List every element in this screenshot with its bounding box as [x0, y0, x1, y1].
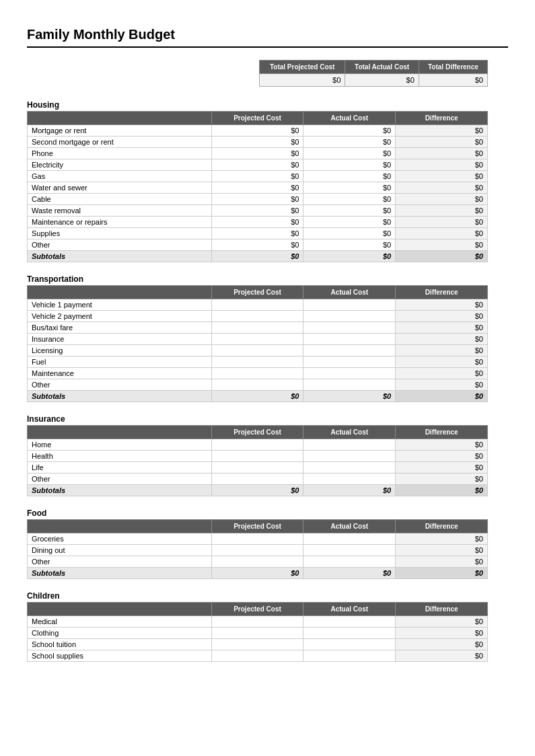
row-projected[interactable]	[211, 368, 304, 379]
row-projected[interactable]	[211, 616, 304, 628]
subtotal-projected: $0	[211, 391, 304, 402]
row-actual[interactable]: $0	[304, 228, 396, 239]
row-actual[interactable]	[304, 334, 396, 345]
row-projected[interactable]	[211, 545, 304, 556]
row-projected[interactable]	[211, 650, 304, 662]
row-difference: $0	[396, 228, 488, 239]
row-difference: $0	[396, 148, 488, 159]
row-actual[interactable]	[304, 368, 396, 379]
row-difference: $0	[396, 628, 488, 639]
section-table-transportation: Projected CostActual CostDifferenceVehic…	[27, 285, 488, 402]
row-actual[interactable]	[304, 439, 396, 451]
row-projected[interactable]: $0	[211, 239, 304, 251]
row-projected[interactable]: $0	[211, 182, 304, 194]
row-actual[interactable]: $0	[304, 239, 396, 251]
row-actual[interactable]	[304, 322, 396, 334]
table-row: Cable$0$0$0	[28, 194, 488, 205]
row-actual[interactable]	[304, 556, 396, 568]
row-projected[interactable]	[211, 474, 304, 485]
section-insurance-header-1: Actual Cost	[304, 426, 396, 439]
row-difference: $0	[396, 439, 488, 451]
row-actual[interactable]	[304, 451, 396, 462]
row-actual[interactable]	[304, 545, 396, 556]
row-actual[interactable]	[304, 628, 396, 639]
row-projected[interactable]	[211, 639, 304, 650]
row-projected[interactable]: $0	[211, 137, 304, 148]
section-transportation: TransportationProjected CostActual CostD…	[27, 274, 508, 402]
table-row: Vehicle 1 payment$0	[28, 299, 488, 311]
row-actual[interactable]	[304, 379, 396, 391]
section-food-header-2: Difference	[396, 520, 488, 533]
summary-actual-value[interactable]: $0	[345, 74, 419, 87]
row-projected[interactable]: $0	[211, 159, 304, 171]
table-row: Phone$0$0$0	[28, 148, 488, 159]
subtotal-label: Subtotals	[28, 485, 212, 496]
summary-header-difference: Total Difference	[419, 61, 487, 74]
table-row: Other$0	[28, 556, 488, 568]
subtotal-label: Subtotals	[28, 391, 212, 402]
row-projected[interactable]: $0	[211, 217, 304, 228]
subtotal-difference: $0	[396, 568, 488, 579]
subtotal-actual: $0	[304, 251, 396, 262]
row-projected[interactable]: $0	[211, 228, 304, 239]
table-row: Insurance$0	[28, 334, 488, 345]
row-projected[interactable]	[211, 322, 304, 334]
section-title-children: Children	[27, 591, 508, 601]
row-projected[interactable]	[211, 299, 304, 311]
row-actual[interactable]	[304, 462, 396, 474]
row-projected[interactable]	[211, 439, 304, 451]
section-food: FoodProjected CostActual CostDifferenceG…	[27, 508, 508, 579]
row-actual[interactable]: $0	[304, 171, 396, 182]
row-projected[interactable]	[211, 311, 304, 322]
table-row: Maintenance$0	[28, 368, 488, 379]
row-projected[interactable]	[211, 556, 304, 568]
row-projected[interactable]	[211, 451, 304, 462]
table-row: Water and sewer$0$0$0	[28, 182, 488, 194]
row-projected[interactable]: $0	[211, 171, 304, 182]
row-actual[interactable]	[304, 356, 396, 368]
row-difference: $0	[396, 533, 488, 545]
subtotal-projected: $0	[211, 485, 304, 496]
row-difference: $0	[396, 239, 488, 251]
row-actual[interactable]: $0	[304, 205, 396, 217]
row-projected[interactable]	[211, 462, 304, 474]
row-actual[interactable]	[304, 299, 396, 311]
row-actual[interactable]	[304, 311, 396, 322]
row-actual[interactable]: $0	[304, 148, 396, 159]
summary-projected-value[interactable]: $0	[260, 74, 345, 87]
row-projected[interactable]	[211, 356, 304, 368]
row-actual[interactable]	[304, 474, 396, 485]
row-actual[interactable]: $0	[304, 137, 396, 148]
row-label: Vehicle 1 payment	[28, 299, 212, 311]
section-insurance-label-header	[28, 426, 212, 439]
row-actual[interactable]: $0	[304, 125, 396, 137]
row-label: Maintenance	[28, 368, 212, 379]
row-label: Maintenance or repairs	[28, 217, 212, 228]
row-difference: $0	[396, 474, 488, 485]
row-projected[interactable]: $0	[211, 194, 304, 205]
row-actual[interactable]: $0	[304, 217, 396, 228]
row-actual[interactable]: $0	[304, 182, 396, 194]
row-projected[interactable]: $0	[211, 148, 304, 159]
row-label: Electricity	[28, 159, 212, 171]
summary-difference-value[interactable]: $0	[419, 74, 487, 87]
row-projected[interactable]	[211, 533, 304, 545]
subtotal-label: Subtotals	[28, 251, 212, 262]
row-actual[interactable]: $0	[304, 159, 396, 171]
row-projected[interactable]	[211, 334, 304, 345]
row-actual[interactable]	[304, 639, 396, 650]
table-row: Mortgage or rent$0$0$0	[28, 125, 488, 137]
row-actual[interactable]	[304, 345, 396, 356]
row-actual[interactable]: $0	[304, 194, 396, 205]
row-label: Second mortgage or rent	[28, 137, 212, 148]
row-actual[interactable]	[304, 616, 396, 628]
row-projected[interactable]	[211, 628, 304, 639]
row-actual[interactable]	[304, 650, 396, 662]
row-actual[interactable]	[304, 533, 396, 545]
section-housing-label-header	[28, 112, 212, 125]
table-row: Home$0	[28, 439, 488, 451]
row-projected[interactable]: $0	[211, 125, 304, 137]
row-projected[interactable]: $0	[211, 205, 304, 217]
row-projected[interactable]	[211, 345, 304, 356]
row-projected[interactable]	[211, 379, 304, 391]
